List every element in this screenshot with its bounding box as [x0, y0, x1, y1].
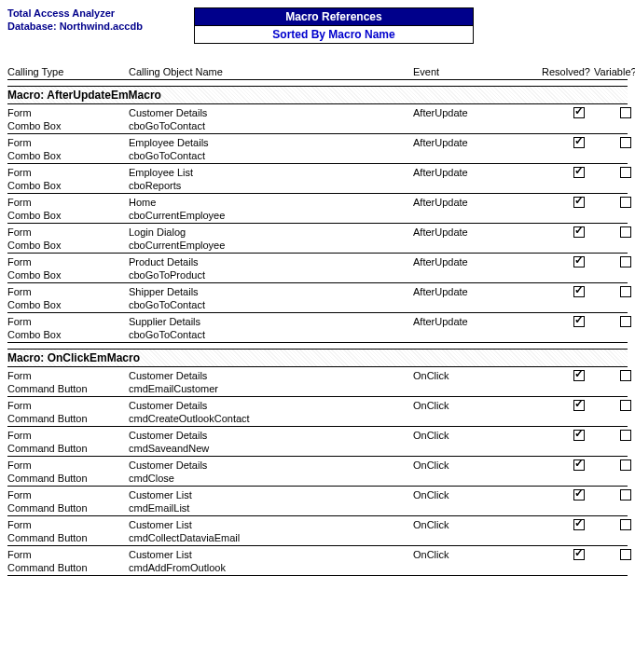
- col-event: Event: [413, 66, 534, 77]
- col-variable: Variable?: [594, 66, 635, 77]
- calling-type-2: Command Button: [7, 443, 129, 454]
- table-row: FormCustomer DetailsOnClickCommand Butto…: [7, 367, 628, 397]
- calling-type-1: Form: [7, 370, 129, 381]
- table-row: FormHomeAfterUpdateCombo BoxcboCurrentEm…: [7, 194, 628, 224]
- resolved-checkbox[interactable]: [573, 549, 585, 560]
- variable-checkbox[interactable]: [620, 400, 631, 411]
- table-row: FormCustomer ListOnClickCommand Buttoncm…: [7, 546, 628, 576]
- resolved-checkbox[interactable]: [573, 286, 585, 297]
- resolved-checkbox[interactable]: [573, 226, 585, 238]
- calling-name-2: cmdEmailCustomer: [129, 383, 413, 394]
- event-value: AfterUpdate: [413, 107, 534, 118]
- resolved-checkbox[interactable]: [573, 137, 585, 148]
- col-calling-name: Calling Object Name: [129, 66, 413, 77]
- variable-checkbox[interactable]: [620, 459, 631, 471]
- event-value: OnClick: [413, 430, 534, 441]
- variable-checkbox[interactable]: [620, 137, 631, 148]
- calling-type-2: Command Button: [7, 502, 129, 514]
- calling-name-2: cboGoToContact: [129, 299, 413, 310]
- event-value: AfterUpdate: [413, 256, 534, 267]
- resolved-checkbox[interactable]: [573, 256, 585, 267]
- report-subtitle: Sorted By Macro Name: [194, 26, 474, 44]
- calling-type-1: Form: [7, 519, 129, 530]
- variable-checkbox[interactable]: [620, 226, 631, 238]
- calling-type-2: Combo Box: [7, 269, 129, 281]
- event-value: OnClick: [413, 459, 534, 471]
- variable-checkbox[interactable]: [620, 107, 631, 118]
- calling-type-2: Combo Box: [7, 299, 129, 310]
- group-header: Macro: AfterUpdateEmMacro: [7, 86, 628, 104]
- table-row: FormCustomer ListOnClickCommand Buttoncm…: [7, 487, 628, 516]
- calling-name-2: cmdCreateOutlookContact: [129, 413, 413, 424]
- variable-checkbox[interactable]: [620, 316, 631, 327]
- col-calling-type: Calling Type: [7, 66, 129, 77]
- calling-type-2: Command Button: [7, 562, 129, 573]
- calling-type-1: Form: [7, 256, 129, 267]
- calling-type-2: Command Button: [7, 413, 129, 424]
- table-row: FormCustomer DetailsOnClickCommand Butto…: [7, 457, 628, 487]
- calling-type-1: Form: [7, 197, 129, 208]
- calling-type-2: Combo Box: [7, 180, 129, 191]
- calling-type-1: Form: [7, 549, 129, 560]
- table-row: FormEmployee ListAfterUpdateCombo Boxcbo…: [7, 164, 628, 194]
- table-row: FormEmployee DetailsAfterUpdateCombo Box…: [7, 134, 628, 164]
- group-header: Macro: OnClickEmMacro: [7, 349, 628, 367]
- calling-name-2: cboGoToContact: [129, 150, 413, 161]
- calling-type-1: Form: [7, 316, 129, 327]
- variable-checkbox[interactable]: [620, 489, 631, 501]
- calling-name-2: cboGoToProduct: [129, 269, 413, 281]
- resolved-checkbox[interactable]: [573, 197, 585, 208]
- event-value: AfterUpdate: [413, 167, 534, 178]
- column-headers: Calling Type Calling Object Name Event R…: [7, 66, 628, 80]
- calling-type-1: Form: [7, 459, 129, 471]
- table-row: FormCustomer DetailsOnClickCommand Butto…: [7, 397, 628, 427]
- resolved-checkbox[interactable]: [573, 459, 585, 471]
- calling-name-2: cmdSaveandNew: [129, 443, 413, 454]
- calling-name-2: cboCurrentEmployee: [129, 240, 413, 251]
- calling-name-1: Product Details: [129, 256, 413, 267]
- calling-name-2: cmdEmailList: [129, 502, 413, 514]
- variable-checkbox[interactable]: [620, 167, 631, 178]
- database-label: Database: Northwind.accdb: [7, 21, 194, 32]
- resolved-checkbox[interactable]: [573, 370, 585, 381]
- event-value: OnClick: [413, 489, 534, 501]
- calling-type-1: Form: [7, 489, 129, 501]
- resolved-checkbox[interactable]: [573, 430, 585, 441]
- calling-name-2: cboGoToContact: [129, 329, 413, 340]
- calling-name-1: Home: [129, 197, 413, 208]
- calling-type-1: Form: [7, 400, 129, 411]
- calling-name-1: Customer List: [129, 519, 413, 530]
- event-value: OnClick: [413, 549, 534, 560]
- calling-name-2: cboReports: [129, 180, 413, 191]
- resolved-checkbox[interactable]: [573, 400, 585, 411]
- event-value: OnClick: [413, 519, 534, 530]
- calling-name-1: Customer Details: [129, 400, 413, 411]
- col-resolved: Resolved?: [534, 66, 594, 77]
- variable-checkbox[interactable]: [620, 370, 631, 381]
- calling-name-1: Customer Details: [129, 430, 413, 441]
- variable-checkbox[interactable]: [620, 430, 631, 441]
- calling-type-2: Command Button: [7, 473, 129, 484]
- event-value: AfterUpdate: [413, 226, 534, 238]
- variable-checkbox[interactable]: [620, 286, 631, 297]
- calling-type-1: Form: [7, 167, 129, 178]
- table-row: FormCustomer DetailsAfterUpdateCombo Box…: [7, 104, 628, 134]
- calling-name-1: Supplier Details: [129, 316, 413, 327]
- variable-checkbox[interactable]: [620, 256, 631, 267]
- resolved-checkbox[interactable]: [573, 519, 585, 530]
- calling-name-1: Customer Details: [129, 459, 413, 471]
- calling-type-2: Combo Box: [7, 240, 129, 251]
- event-value: AfterUpdate: [413, 316, 534, 327]
- resolved-checkbox[interactable]: [573, 167, 585, 178]
- calling-name-2: cmdCollectDataviaEmail: [129, 532, 413, 543]
- app-title: Total Access Analyzer: [7, 7, 194, 19]
- calling-type-2: Command Button: [7, 532, 129, 543]
- resolved-checkbox[interactable]: [573, 107, 585, 118]
- calling-name-2: cboCurrentEmployee: [129, 210, 413, 221]
- calling-type-2: Combo Box: [7, 150, 129, 161]
- resolved-checkbox[interactable]: [573, 316, 585, 327]
- variable-checkbox[interactable]: [620, 197, 631, 208]
- variable-checkbox[interactable]: [620, 549, 631, 560]
- resolved-checkbox[interactable]: [573, 489, 585, 501]
- variable-checkbox[interactable]: [620, 519, 631, 530]
